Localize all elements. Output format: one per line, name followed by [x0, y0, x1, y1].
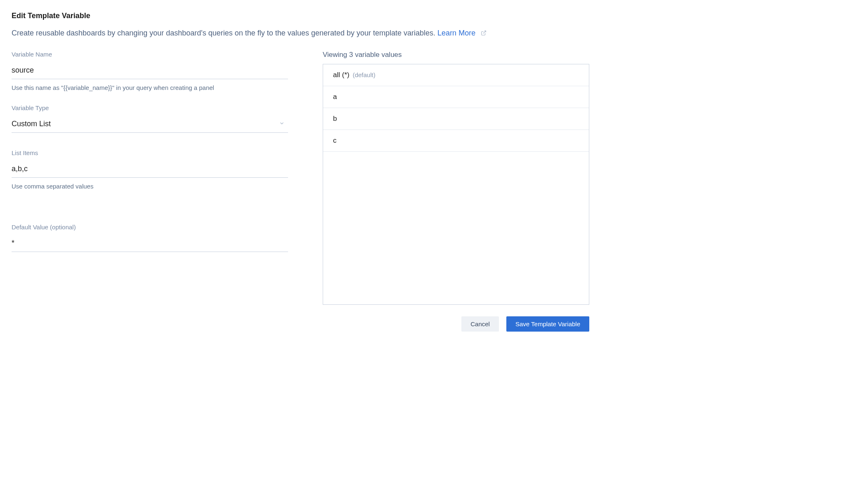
preview-item[interactable]: b	[323, 108, 589, 130]
svg-line-0	[483, 31, 486, 33]
list-items-input[interactable]	[12, 162, 288, 178]
preview-item[interactable]: all (*)(default)	[323, 64, 589, 86]
list-items-hint: Use comma separated values	[12, 182, 288, 191]
variable-type-label: Variable Type	[12, 104, 288, 111]
page-title: Edit Template Variable	[12, 12, 589, 20]
variable-name-label: Variable Name	[12, 51, 288, 58]
default-value-label: Default Value (optional)	[12, 224, 288, 231]
default-value-input[interactable]	[12, 236, 288, 252]
list-items-group: List Items Use comma separated values	[12, 149, 288, 191]
preview-count: 3	[349, 51, 353, 59]
variable-name-group: Variable Name Use this name as "{{variab…	[12, 51, 288, 92]
actions-row: Cancel Save Template Variable	[323, 316, 589, 332]
preview-item-label: b	[333, 115, 337, 123]
preview-item[interactable]: a	[323, 86, 589, 108]
cancel-button[interactable]: Cancel	[461, 316, 499, 332]
preview-column: Viewing 3 variable values all (*)(defaul…	[323, 51, 589, 332]
preview-title: Viewing 3 variable values	[323, 51, 589, 59]
preview-title-suffix: variable values	[353, 51, 402, 59]
description-text: Create reusable dashboards by changing y…	[12, 29, 435, 37]
variable-type-select[interactable]	[12, 117, 288, 133]
default-tag: (default)	[353, 71, 376, 78]
external-link-icon	[481, 28, 487, 39]
variable-name-hint: Use this name as "{{variable_name}}" in …	[12, 83, 288, 92]
save-button[interactable]: Save Template Variable	[506, 316, 589, 332]
list-items-label: List Items	[12, 149, 288, 156]
preview-item[interactable]: c	[323, 130, 589, 152]
learn-more-link[interactable]: Learn More	[437, 29, 475, 37]
preview-list: all (*)(default)abc	[323, 64, 589, 305]
preview-item-label: c	[333, 137, 337, 145]
page-description: Create reusable dashboards by changing y…	[12, 28, 589, 39]
default-value-group: Default Value (optional)	[12, 224, 288, 252]
variable-type-group: Variable Type	[12, 104, 288, 133]
preview-item-label: all (*)	[333, 71, 350, 79]
variable-name-input[interactable]	[12, 64, 288, 79]
preview-title-prefix: Viewing	[323, 51, 349, 59]
preview-item-label: a	[333, 93, 337, 101]
form-column: Variable Name Use this name as "{{variab…	[12, 51, 288, 332]
